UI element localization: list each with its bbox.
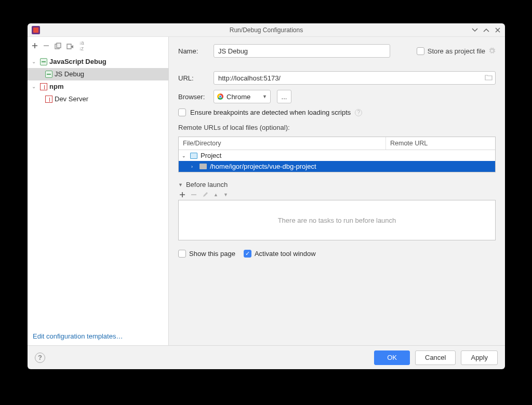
chevron-down-icon: ⌄	[32, 82, 38, 91]
sort-config-button[interactable]: ↓a↓z	[79, 40, 84, 51]
apply-button[interactable]: Apply	[461, 350, 498, 365]
tree-group-npm[interactable]: ⌄ npm	[28, 80, 168, 93]
titlebar: Run/Debug Configurations	[28, 23, 505, 37]
npm-icon	[45, 96, 52, 103]
store-as-project-label: Store as project file	[428, 47, 485, 55]
activate-tool-window-checkbox[interactable]	[244, 250, 251, 258]
cancel-button[interactable]: Cancel	[415, 350, 456, 365]
folder-icon	[200, 164, 207, 169]
name-label: Name:	[178, 47, 207, 55]
app-icon	[32, 26, 40, 34]
edit-task-button[interactable]	[202, 192, 208, 198]
chevron-down-icon: ⌄	[182, 153, 187, 158]
grid-row-project[interactable]: ⌄ Project	[179, 150, 495, 161]
chevron-down-icon: ⌄	[32, 57, 38, 66]
window-title: Run/Debug Configurations	[28, 26, 505, 34]
move-up-button[interactable]: ▲	[214, 192, 218, 197]
tree-group-js-debug[interactable]: ⌄ JavaScript Debug	[28, 56, 168, 68]
ensure-breakpoints-label: Ensure breakpoints are detected when loa…	[190, 109, 351, 116]
chevron-right-icon: ›	[191, 164, 196, 169]
folder-open-icon[interactable]	[485, 74, 493, 80]
url-input[interactable]	[214, 71, 496, 85]
ok-button[interactable]: OK	[374, 350, 410, 365]
dialog-footer: ? OK Cancel Apply	[28, 345, 505, 369]
move-down-button[interactable]: ▼	[223, 192, 228, 197]
browser-select[interactable]: Chrome ▼	[214, 90, 271, 103]
tree-item-dev-server[interactable]: Dev Server	[28, 93, 168, 105]
edit-templates-link[interactable]: Edit configuration templates…	[33, 332, 123, 340]
save-config-button[interactable]	[66, 43, 74, 49]
store-as-project-checkbox[interactable]	[417, 47, 424, 55]
browser-label: Browser:	[178, 93, 207, 101]
config-sidebar: ↓a↓z ⌄ JavaScript Debug JS Debug ⌄ npm	[28, 37, 169, 345]
col-file-directory[interactable]: File/Directory	[179, 137, 386, 150]
ensure-breakpoints-checkbox[interactable]	[178, 109, 186, 116]
minimize-icon[interactable]	[472, 27, 478, 33]
activate-tool-window-label: Activate tool window	[255, 250, 316, 258]
remote-urls-label: Remote URLs of local files (optional):	[178, 124, 496, 131]
before-launch-header[interactable]: ▼ Before launch	[178, 181, 496, 188]
config-tree: ⌄ JavaScript Debug JS Debug ⌄ npm Dev Se…	[28, 55, 168, 327]
browser-more-button[interactable]: ...	[277, 90, 291, 103]
remove-task-button[interactable]	[191, 192, 197, 198]
help-button[interactable]: ?	[35, 353, 45, 363]
close-icon[interactable]	[495, 27, 501, 33]
before-launch-empty: There are no tasks to run before launch	[178, 200, 496, 240]
js-debug-icon	[40, 58, 47, 65]
remote-urls-grid: File/Directory Remote URL ⌄ Project › /h…	[178, 137, 496, 172]
grid-row-path[interactable]: › /home/igor/projects/vue-dbg-project	[179, 161, 495, 172]
name-input[interactable]	[214, 44, 390, 58]
remove-config-button[interactable]	[43, 43, 49, 49]
maximize-icon[interactable]	[483, 27, 489, 33]
chevron-down-icon: ▼	[262, 94, 267, 99]
show-page-label: Show this page	[189, 250, 235, 258]
js-debug-icon	[45, 71, 52, 78]
svg-rect-1	[57, 43, 61, 48]
add-config-button[interactable]	[32, 43, 38, 49]
help-icon[interactable]: ?	[355, 109, 362, 116]
chrome-icon	[217, 93, 223, 100]
show-page-checkbox[interactable]	[178, 250, 186, 258]
triangle-down-icon: ▼	[178, 182, 183, 187]
form-panel: Name: Store as project file URL: Browser…	[169, 37, 505, 345]
dialog-window: Run/Debug Configurations ↓a↓z ⌄ JavaScri…	[28, 23, 505, 369]
sidebar-toolbar: ↓a↓z	[28, 37, 168, 55]
url-label: URL:	[178, 74, 207, 82]
col-remote-url[interactable]: Remote URL	[386, 137, 495, 150]
gear-icon[interactable]	[488, 47, 496, 55]
project-icon	[190, 153, 197, 159]
npm-icon	[40, 83, 47, 90]
add-task-button[interactable]	[179, 192, 185, 198]
tree-item-js-debug[interactable]: JS Debug	[28, 68, 168, 80]
copy-config-button[interactable]	[55, 43, 61, 49]
